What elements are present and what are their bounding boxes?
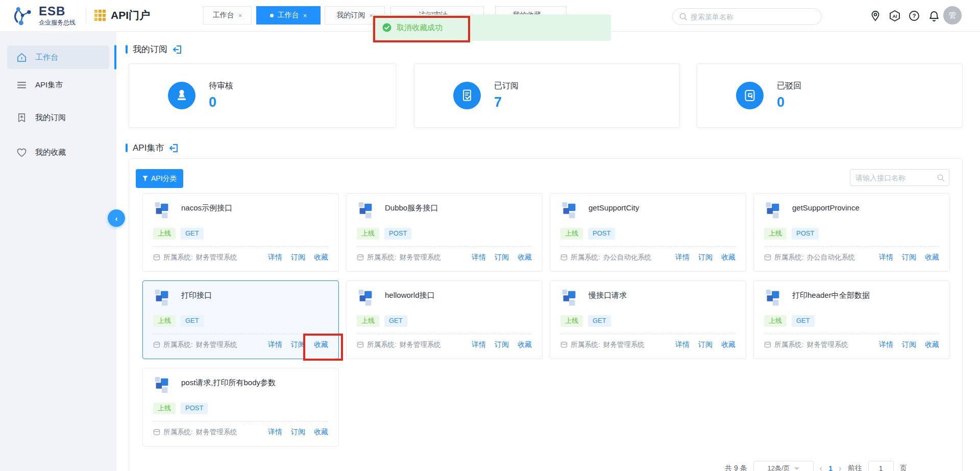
- detail-link[interactable]: 详情: [879, 340, 893, 349]
- close-icon[interactable]: ×: [238, 12, 242, 19]
- api-card-head: Dubbo服务接口: [357, 201, 532, 222]
- close-icon[interactable]: ×: [303, 12, 307, 19]
- status-badge: 上线: [357, 315, 379, 327]
- owner-system: 所属系统: 办公自动化系统: [560, 253, 651, 262]
- sidebar-item-my-subscriptions[interactable]: 我的订阅: [7, 106, 109, 129]
- sidebar-item-label: API集市: [35, 80, 63, 90]
- database-icon: [153, 341, 160, 348]
- current-page[interactable]: 1: [828, 464, 832, 471]
- tab-workbench-1[interactable]: 工作台 ×: [203, 6, 252, 25]
- location-pin-icon[interactable]: [869, 10, 881, 22]
- status-badge: 上线: [153, 315, 176, 327]
- favorite-link[interactable]: 收藏: [518, 253, 532, 262]
- avatar[interactable]: 管: [943, 6, 962, 25]
- api-name: nacos示例接口: [181, 203, 232, 222]
- prev-page-button[interactable]: ‹: [820, 463, 823, 471]
- tab-workbench-2-active[interactable]: 工作台 ×: [256, 6, 321, 25]
- owner-system: 所属系统: 财务管理系统: [764, 340, 848, 349]
- subscribe-link[interactable]: 订阅: [495, 253, 509, 262]
- jump-to-page-icon[interactable]: [169, 144, 178, 153]
- subscribe-link[interactable]: 订阅: [291, 253, 305, 262]
- api-card[interactable]: getSupportCity 上线POST 所属系统: 办公自动化系统 详情 订…: [550, 193, 746, 272]
- owner-system: 所属系统: 财务管理系统: [357, 253, 441, 262]
- detail-link[interactable]: 详情: [268, 428, 282, 437]
- detail-link[interactable]: 详情: [472, 253, 486, 262]
- brand-text: ESB 企业服务总线: [39, 5, 76, 26]
- section-accent-bar: [126, 144, 128, 152]
- api-cube-icon: [560, 201, 578, 222]
- api-card[interactable]: 打印header中全部数据 上线GET 所属系统: 财务管理系统 详情 订阅 收…: [753, 280, 950, 359]
- favorite-link[interactable]: 收藏: [925, 253, 939, 262]
- favorite-link[interactable]: 收藏: [314, 253, 328, 262]
- page-size-select[interactable]: 12条/页: [753, 461, 814, 471]
- detail-link[interactable]: 详情: [268, 253, 282, 262]
- sidebar-collapse-button[interactable]: ‹: [108, 209, 125, 227]
- divider: [357, 246, 532, 247]
- market-section-header: API集市: [126, 142, 178, 154]
- menu-search[interactable]: [672, 8, 822, 25]
- owner-system: 所属系统: 财务管理系统: [153, 253, 237, 262]
- detail-link[interactable]: 详情: [472, 340, 486, 349]
- database-icon: [764, 341, 771, 348]
- favorite-link[interactable]: 收藏: [518, 340, 532, 349]
- sidebar-item-workbench[interactable]: 工作台: [7, 45, 109, 69]
- api-card[interactable]: helloworld接口 上线GET 所属系统: 财务管理系统 详情 订阅 收藏: [346, 280, 543, 359]
- stat-text: 已驳回 0: [777, 81, 801, 110]
- sidebar-item-api-market[interactable]: API集市: [7, 73, 109, 97]
- goto-label: 前往: [848, 464, 862, 471]
- api-name: 打印接口: [181, 291, 212, 309]
- subscribe-link[interactable]: 订阅: [902, 253, 916, 262]
- api-card[interactable]: 慢接口请求 上线GET 所属系统: 财务管理系统 详情 订阅 收藏: [550, 280, 746, 359]
- menu-search-input[interactable]: [691, 13, 815, 21]
- subscribe-link[interactable]: 订阅: [698, 340, 713, 349]
- favorite-link[interactable]: 收藏: [721, 253, 736, 262]
- api-card[interactable]: nacos示例接口 上线GET 所属系统: 财务管理系统 详情 订阅 收藏: [142, 193, 339, 272]
- subscribe-link[interactable]: 订阅: [291, 428, 305, 437]
- favorite-link[interactable]: 收藏: [925, 340, 939, 349]
- divider: [153, 334, 328, 334]
- api-card[interactable]: post请求,打印所有body参数 上线POST 所属系统: 财务管理系统 详情…: [142, 368, 339, 446]
- api-search[interactable]: [850, 169, 949, 186]
- detail-link[interactable]: 详情: [879, 253, 893, 262]
- database-icon: [560, 341, 568, 348]
- doc-check-icon: [453, 82, 481, 109]
- api-card-head: 打印接口: [153, 289, 328, 309]
- api-card[interactable]: Dubbo服务接口 上线POST 所属系统: 财务管理系统 详情 订阅 收藏: [346, 193, 543, 272]
- page-unit-label: 页: [900, 464, 907, 471]
- brand-title: ESB: [39, 5, 76, 17]
- next-page-button[interactable]: ›: [839, 463, 842, 471]
- stat-text: 已订阅 7: [494, 81, 519, 110]
- subscribe-link[interactable]: 订阅: [698, 253, 713, 262]
- api-name: Dubbo服务接口: [385, 203, 438, 222]
- ai-assistant-icon[interactable]: AI: [889, 10, 901, 22]
- detail-link[interactable]: 详情: [675, 340, 690, 349]
- detail-link[interactable]: 详情: [268, 340, 282, 349]
- api-card[interactable]: getSupportProvince 上线POST 所属系统: 办公自动化系统 …: [753, 193, 950, 272]
- system-label: 所属系统:: [774, 253, 804, 262]
- favorite-link[interactable]: 收藏: [314, 428, 328, 437]
- status-badge: 上线: [764, 315, 787, 327]
- api-search-input[interactable]: [855, 174, 937, 182]
- api-card-head: getSupportCity: [560, 201, 736, 222]
- help-icon[interactable]: ?: [908, 10, 920, 22]
- system-label: 所属系统:: [367, 253, 397, 262]
- detail-link[interactable]: 详情: [675, 253, 690, 262]
- funnel-icon: [142, 175, 149, 182]
- method-badge: POST: [384, 228, 411, 240]
- subscribe-link[interactable]: 订阅: [495, 340, 509, 349]
- favorite-link[interactable]: 收藏: [721, 340, 736, 349]
- api-cube-icon: [357, 289, 374, 309]
- status-badge: 上线: [153, 403, 176, 414]
- section-title: 我的订阅: [133, 43, 167, 55]
- stat-card-pending: 待审核 0: [129, 63, 396, 128]
- bookmark-plus-icon: [16, 112, 27, 123]
- subscribe-link[interactable]: 订阅: [902, 340, 916, 349]
- goto-page-input[interactable]: [868, 461, 894, 471]
- api-category-filter-button[interactable]: API分类: [136, 169, 183, 188]
- sidebar-item-my-favorites[interactable]: 我的收藏: [7, 140, 109, 164]
- api-name: 慢接口请求: [589, 291, 627, 309]
- subscriptions-section-header: 我的订阅: [126, 43, 182, 55]
- tab-label: 我的订阅: [336, 11, 365, 20]
- bell-icon[interactable]: [928, 10, 940, 22]
- jump-to-page-icon[interactable]: [173, 45, 182, 54]
